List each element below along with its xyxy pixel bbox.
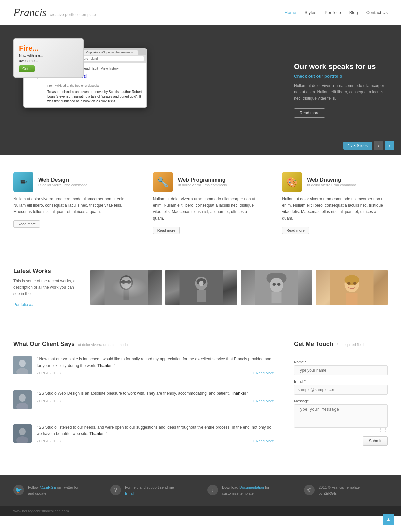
hero-right: Our work speaks for us Check out our por…	[281, 62, 388, 118]
browser-tab-2[interactable]: Cupcake - Wikipedia, the free ency...	[84, 50, 138, 55]
footer-twitter-link[interactable]: @ZERGE	[40, 485, 56, 489]
hero-read-more-button[interactable]: Read more	[294, 108, 325, 118]
nav-contact[interactable]: Contact Us	[366, 10, 388, 15]
services-section: ✏ Web Design ut dollor vierra urna commo…	[0, 155, 401, 251]
avatar-2	[13, 390, 32, 409]
footer-download-text: Download Documentation for customize tem…	[222, 485, 269, 496]
testimonial-meta-3: ZERGE (CEO) + Read More	[37, 439, 274, 443]
testimonial-readmore-2[interactable]: + Read More	[253, 399, 274, 403]
message-textarea[interactable]	[294, 404, 388, 428]
work-image-3	[241, 270, 312, 305]
hero-title: Our work speaks for us	[294, 62, 388, 71]
work-image-2	[165, 270, 237, 305]
twitter-icon: 🐦	[13, 485, 24, 495]
ff-subtitle: Now with a n...	[19, 54, 78, 58]
hero-section: Fire... Now with a n... awesome... Get..…	[0, 25, 401, 155]
svg-point-2	[121, 277, 132, 289]
hero-description: Nullam ut dolor viverra urna commodo ull…	[294, 83, 388, 102]
svg-point-15	[277, 283, 281, 286]
service-desc-1: Nullam ut dolor viverra urna commodo ull…	[13, 196, 129, 215]
testimonial-content-2: " 2S Studio Web Design is an absolute pl…	[37, 390, 274, 409]
wiki-from: From Wikipedia, the free encyclopedia	[47, 84, 143, 88]
resize-handle: ⋮⋮	[294, 427, 388, 432]
logo-tagline: creative portfolio template	[50, 12, 96, 17]
contact-title: Get Me Touch	[294, 341, 333, 348]
help-icon: ?	[110, 485, 121, 495]
footer-help-text: For help and support send me Email	[125, 485, 174, 496]
service-item-webdraw: 🎨 Web Drawing ut dollor vierra urna comm…	[272, 172, 388, 234]
testimonial-item-3: " 2S Studio listened to our needs, and w…	[13, 424, 274, 450]
slide-counter: 1 / 3 Slides	[343, 142, 372, 150]
service-readmore-3[interactable]: Read more	[282, 227, 309, 234]
service-item-webprog: 🔧 Web Programming ut dollor vierra urna …	[143, 172, 259, 234]
name-input[interactable]	[294, 365, 388, 375]
logo: Francis	[13, 6, 47, 19]
nav-home[interactable]: Home	[285, 10, 296, 15]
service-title-area-1: Web Design ut dollor vierra urna commodo	[38, 177, 87, 187]
ff-title: Fire...	[19, 44, 78, 53]
svg-rect-9	[197, 290, 206, 302]
svg-point-20	[347, 282, 351, 285]
testimonial-item-2: " 2S Studio Web Design is an absolute pl…	[13, 390, 274, 416]
testimonial-author-1: ZERGE (CEO)	[37, 371, 61, 375]
testimonial-content-1: " Now that our web site is launched I wo…	[37, 356, 274, 375]
testimonial-readmore-3[interactable]: + Read More	[253, 439, 274, 443]
service-icon-webdraw: 🎨	[282, 172, 302, 192]
works-left: Latest Works This is some of the recent …	[13, 268, 80, 307]
avatar-1	[13, 356, 32, 374]
footer-col-download: ↓ Download Documentation for customize t…	[207, 485, 291, 496]
email-input[interactable]	[294, 385, 388, 395]
nav-styles[interactable]: Styles	[305, 10, 316, 15]
work-thumb-3[interactable]	[241, 270, 312, 305]
footer-columns: 🐦 Follow @ZERGE on Twitter for and updat…	[0, 475, 401, 506]
footer-col-help: ? For help and support send me Email	[110, 485, 194, 496]
service-subtitle-2: ut dollor vierra urna commodo	[178, 183, 227, 187]
work-thumb-4[interactable]	[316, 270, 388, 305]
footer-col-twitter: 🐦 Follow @ZERGE on Twitter for and updat…	[13, 485, 97, 496]
service-subtitle-1: ut dollor vierra urna commodo	[38, 183, 87, 187]
svg-point-27	[19, 394, 26, 402]
slide-next-button[interactable]: ›	[385, 141, 394, 150]
header: Francis creative portfolio template Home…	[0, 0, 401, 25]
submit-button[interactable]: Submit	[363, 436, 388, 446]
work-thumb-2[interactable]	[165, 270, 237, 305]
nav-blog[interactable]: Blog	[349, 10, 358, 15]
service-icon-webprog: 🔧	[153, 172, 173, 192]
work-image-4	[316, 270, 388, 305]
service-header-1: ✏ Web Design ut dollor vierra urna commo…	[13, 172, 129, 192]
service-subtitle-3: ut dollor vierra urna commodo	[307, 183, 356, 187]
hero-left: Fire... Now with a n... awesome... Get..…	[13, 38, 281, 142]
testimonial-author-2: ZERGE (CEO)	[37, 399, 61, 403]
ff-awesome: awesome...	[19, 59, 78, 63]
svg-point-30	[19, 428, 26, 435]
svg-point-13	[270, 278, 283, 292]
name-label: Name *	[294, 360, 388, 364]
service-icon-webdesign: ✏	[13, 172, 33, 192]
work-thumb-1[interactable]	[90, 270, 162, 305]
service-title-3: Web Drawing	[307, 177, 356, 183]
logo-area: Francis creative portfolio template	[13, 6, 96, 19]
footer-docs-link[interactable]: Documentation	[239, 485, 264, 489]
svg-point-24	[19, 360, 26, 367]
svg-point-4	[126, 280, 132, 284]
service-desc-3: Nullam ut dolor viverra urna commodo ull…	[282, 196, 388, 222]
testimonial-text-2: " 2S Studio Web Design is an absolute pl…	[37, 390, 274, 397]
ff-button[interactable]: Get...	[19, 65, 35, 72]
works-grid	[90, 268, 388, 307]
testimonials-title: What Our Client Says	[13, 341, 75, 348]
wiki-article-text: Treasure Island is an adventure novel by…	[47, 90, 143, 104]
back-to-top-button[interactable]: ▲	[383, 514, 394, 516]
footer-email-link[interactable]: Email	[125, 491, 134, 495]
testimonial-content-3: " 2S Studio listened to our needs, and w…	[37, 424, 274, 443]
service-readmore-1[interactable]: Read more	[13, 220, 40, 228]
service-title-2: Web Programming	[178, 177, 227, 183]
footer-twitter-text: Follow @ZERGE on Twitter for and update	[28, 485, 78, 496]
form-group-name: Name *	[294, 360, 388, 375]
slide-prev-button[interactable]: ‹	[374, 141, 383, 150]
nav-portfolio[interactable]: Portfolio	[325, 10, 341, 15]
testimonial-readmore-1[interactable]: + Read More	[253, 371, 274, 375]
email-label: Email *	[294, 379, 388, 383]
service-header-2: 🔧 Web Programming ut dollor vierra urna …	[153, 172, 259, 192]
works-portfolio-link[interactable]: Portfolio »»	[13, 302, 34, 307]
service-readmore-2[interactable]: Read more	[153, 227, 180, 234]
